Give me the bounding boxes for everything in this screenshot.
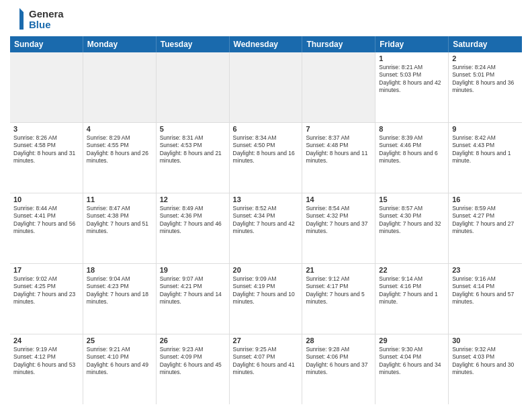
day-info: Sunrise: 9:12 AMSunset: 4:17 PMDaylight:… xyxy=(306,275,371,306)
cal-cell-16: 16Sunrise: 8:59 AMSunset: 4:27 PMDayligh… xyxy=(449,193,522,263)
day-number: 11 xyxy=(87,195,152,203)
calendar-row-4: 17Sunrise: 9:02 AMSunset: 4:25 PMDayligh… xyxy=(10,264,522,334)
day-info: Sunrise: 8:49 AMSunset: 4:36 PMDaylight:… xyxy=(160,205,226,236)
day-number: 13 xyxy=(233,195,299,203)
calendar-row-1: 1Sunrise: 8:21 AMSunset: 5:03 PMDaylight… xyxy=(10,52,522,123)
cal-cell-6: 6Sunrise: 8:34 AMSunset: 4:50 PMDaylight… xyxy=(230,123,303,193)
day-number: 16 xyxy=(452,195,519,203)
day-number: 22 xyxy=(379,266,445,274)
day-number: 6 xyxy=(233,125,299,133)
cal-cell-14: 14Sunrise: 8:54 AMSunset: 4:32 PMDayligh… xyxy=(302,193,375,263)
day-info: Sunrise: 8:29 AMSunset: 4:55 PMDaylight:… xyxy=(87,134,152,165)
day-info: Sunrise: 8:37 AMSunset: 4:48 PMDaylight:… xyxy=(306,134,371,165)
day-number: 27 xyxy=(233,336,299,345)
day-info: Sunrise: 8:57 AMSunset: 4:30 PMDaylight:… xyxy=(379,205,445,236)
day-number: 24 xyxy=(13,336,79,345)
day-info: Sunrise: 8:31 AMSunset: 4:53 PMDaylight:… xyxy=(160,134,226,165)
page: GeneralBlue SundayMondayTuesdayWednesday… xyxy=(0,0,532,411)
day-info: Sunrise: 8:44 AMSunset: 4:41 PMDaylight:… xyxy=(13,205,79,236)
day-info: Sunrise: 8:52 AMSunset: 4:34 PMDaylight:… xyxy=(233,205,299,236)
day-number: 1 xyxy=(379,54,445,62)
day-info: Sunrise: 8:39 AMSunset: 4:46 PMDaylight:… xyxy=(379,134,445,165)
cal-cell-17: 17Sunrise: 9:02 AMSunset: 4:25 PMDayligh… xyxy=(10,264,83,334)
day-info: Sunrise: 9:16 AMSunset: 4:14 PMDaylight:… xyxy=(452,275,519,306)
day-number: 2 xyxy=(452,54,519,62)
day-number: 7 xyxy=(306,125,371,133)
day-number: 25 xyxy=(87,336,152,345)
header-day-wednesday: Wednesday xyxy=(230,36,303,52)
calendar-body: 1Sunrise: 8:21 AMSunset: 5:03 PMDaylight… xyxy=(10,52,522,404)
day-number: 19 xyxy=(160,266,226,274)
cal-cell-3: 3Sunrise: 8:26 AMSunset: 4:58 PMDaylight… xyxy=(10,123,83,193)
header-day-thursday: Thursday xyxy=(302,36,375,52)
cal-cell-13: 13Sunrise: 8:52 AMSunset: 4:34 PMDayligh… xyxy=(230,193,303,263)
day-number: 4 xyxy=(87,125,152,133)
cal-cell-empty-0-3 xyxy=(230,52,303,122)
cal-cell-22: 22Sunrise: 9:14 AMSunset: 4:16 PMDayligh… xyxy=(375,264,449,334)
cal-cell-7: 7Sunrise: 8:37 AMSunset: 4:48 PMDaylight… xyxy=(302,123,375,193)
day-number: 14 xyxy=(306,195,371,203)
day-info: Sunrise: 9:23 AMSunset: 4:09 PMDaylight:… xyxy=(160,346,226,377)
day-info: Sunrise: 8:59 AMSunset: 4:27 PMDaylight:… xyxy=(452,205,519,236)
day-number: 26 xyxy=(160,336,226,345)
cal-cell-21: 21Sunrise: 9:12 AMSunset: 4:17 PMDayligh… xyxy=(302,264,375,334)
header-day-friday: Friday xyxy=(375,36,449,52)
logo: GeneralBlue xyxy=(10,7,64,31)
day-info: Sunrise: 8:21 AMSunset: 5:03 PMDaylight:… xyxy=(379,64,445,95)
day-number: 28 xyxy=(306,336,371,345)
cal-cell-27: 27Sunrise: 9:25 AMSunset: 4:07 PMDayligh… xyxy=(230,334,303,404)
calendar-row-3: 10Sunrise: 8:44 AMSunset: 4:41 PMDayligh… xyxy=(10,193,522,264)
cal-cell-28: 28Sunrise: 9:28 AMSunset: 4:06 PMDayligh… xyxy=(302,334,375,404)
cal-cell-19: 19Sunrise: 9:07 AMSunset: 4:21 PMDayligh… xyxy=(157,264,230,334)
cal-cell-11: 11Sunrise: 8:47 AMSunset: 4:38 PMDayligh… xyxy=(83,193,157,263)
cal-cell-8: 8Sunrise: 8:39 AMSunset: 4:46 PMDaylight… xyxy=(375,123,449,193)
day-info: Sunrise: 9:02 AMSunset: 4:25 PMDaylight:… xyxy=(13,275,79,306)
day-number: 17 xyxy=(13,266,79,274)
day-info: Sunrise: 9:32 AMSunset: 4:03 PMDaylight:… xyxy=(452,346,519,377)
svg-text:Blue: Blue xyxy=(29,19,51,30)
day-number: 10 xyxy=(13,195,79,203)
day-number: 5 xyxy=(160,125,226,133)
day-number: 23 xyxy=(452,266,519,274)
header-day-tuesday: Tuesday xyxy=(157,36,230,52)
cal-cell-4: 4Sunrise: 8:29 AMSunset: 4:55 PMDaylight… xyxy=(83,123,157,193)
header: GeneralBlue xyxy=(10,7,522,31)
header-day-sunday: Sunday xyxy=(10,36,83,52)
cal-cell-15: 15Sunrise: 8:57 AMSunset: 4:30 PMDayligh… xyxy=(375,193,449,263)
day-info: Sunrise: 9:25 AMSunset: 4:07 PMDaylight:… xyxy=(233,346,299,377)
cal-cell-12: 12Sunrise: 8:49 AMSunset: 4:36 PMDayligh… xyxy=(157,193,230,263)
cal-cell-30: 30Sunrise: 9:32 AMSunset: 4:03 PMDayligh… xyxy=(449,334,522,404)
cal-cell-9: 9Sunrise: 8:42 AMSunset: 4:43 PMDaylight… xyxy=(449,123,522,193)
day-info: Sunrise: 8:24 AMSunset: 5:01 PMDaylight:… xyxy=(452,64,519,95)
header-day-saturday: Saturday xyxy=(449,36,522,52)
cal-cell-29: 29Sunrise: 9:30 AMSunset: 4:04 PMDayligh… xyxy=(375,334,449,404)
cal-cell-2: 2Sunrise: 8:24 AMSunset: 5:01 PMDaylight… xyxy=(449,52,522,122)
day-info: Sunrise: 8:42 AMSunset: 4:43 PMDaylight:… xyxy=(452,134,519,165)
day-info: Sunrise: 9:30 AMSunset: 4:04 PMDaylight:… xyxy=(379,346,445,377)
cal-cell-20: 20Sunrise: 9:09 AMSunset: 4:19 PMDayligh… xyxy=(230,264,303,334)
cal-cell-1: 1Sunrise: 8:21 AMSunset: 5:03 PMDaylight… xyxy=(375,52,449,122)
day-number: 30 xyxy=(452,336,519,345)
cal-cell-25: 25Sunrise: 9:21 AMSunset: 4:10 PMDayligh… xyxy=(83,334,157,404)
day-number: 12 xyxy=(160,195,226,203)
cal-cell-empty-0-2 xyxy=(157,52,230,122)
day-info: Sunrise: 9:04 AMSunset: 4:23 PMDaylight:… xyxy=(87,275,152,306)
day-info: Sunrise: 8:26 AMSunset: 4:58 PMDaylight:… xyxy=(13,134,79,165)
svg-marker-0 xyxy=(19,8,26,30)
day-number: 21 xyxy=(306,266,371,274)
day-info: Sunrise: 9:09 AMSunset: 4:19 PMDaylight:… xyxy=(233,275,299,306)
day-number: 15 xyxy=(379,195,445,203)
cal-cell-5: 5Sunrise: 8:31 AMSunset: 4:53 PMDaylight… xyxy=(157,123,230,193)
day-info: Sunrise: 9:14 AMSunset: 4:16 PMDaylight:… xyxy=(379,275,445,306)
header-day-monday: Monday xyxy=(83,36,157,52)
cal-cell-23: 23Sunrise: 9:16 AMSunset: 4:14 PMDayligh… xyxy=(449,264,522,334)
svg-text:General: General xyxy=(29,8,64,19)
day-number: 9 xyxy=(452,125,519,133)
calendar-row-5: 24Sunrise: 9:19 AMSunset: 4:12 PMDayligh… xyxy=(10,334,522,404)
day-info: Sunrise: 8:34 AMSunset: 4:50 PMDaylight:… xyxy=(233,134,299,165)
cal-cell-empty-0-0 xyxy=(10,52,83,122)
calendar: SundayMondayTuesdayWednesdayThursdayFrid… xyxy=(10,36,522,404)
day-info: Sunrise: 8:47 AMSunset: 4:38 PMDaylight:… xyxy=(87,205,152,236)
day-info: Sunrise: 9:07 AMSunset: 4:21 PMDaylight:… xyxy=(160,275,226,306)
day-info: Sunrise: 8:54 AMSunset: 4:32 PMDaylight:… xyxy=(306,205,371,236)
